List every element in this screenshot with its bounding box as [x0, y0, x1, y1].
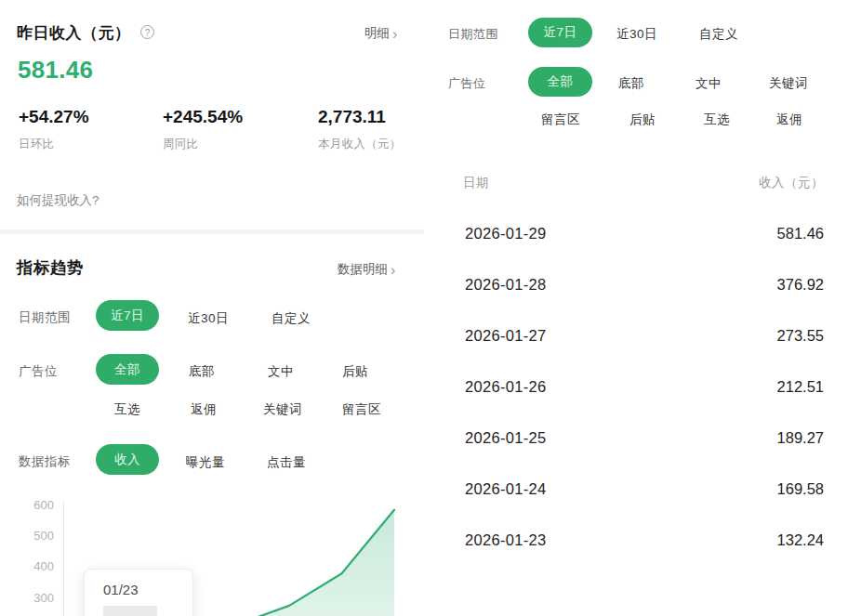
row-date: 2026-01-25	[465, 429, 546, 447]
row-date: 2026-01-27	[465, 327, 546, 345]
metric-label: 数据指标	[19, 453, 71, 470]
ad-slot-label: 广告位	[19, 363, 58, 380]
income-detail-label: 明细	[364, 25, 390, 42]
option-post-roll[interactable]: 后贴	[629, 111, 656, 128]
row-income: 212.51	[777, 378, 824, 396]
ad-revenue-dashboard: 昨日收入（元） ? 明细 › 581.46 +54.27% 日环比 +245.5…	[0, 0, 848, 616]
income-detail-link[interactable]: 明细 ›	[364, 25, 397, 42]
row-date: 2026-01-28	[465, 276, 546, 294]
option-comment-area[interactable]: 留言区	[541, 111, 580, 128]
row-income: 132.24	[777, 531, 824, 549]
ad-slot-label: 广告位	[448, 75, 486, 92]
chart-tooltip: 01/23	[84, 569, 193, 616]
row-income: 169.58	[777, 480, 824, 498]
week-over-week-label: 周同比	[163, 137, 198, 152]
trend-chart-svg[interactable]	[0, 497, 424, 616]
option-clicks[interactable]: 点击量	[267, 454, 306, 471]
option-exposure[interactable]: 曝光量	[186, 454, 225, 471]
week-over-week-value: +245.54%	[163, 107, 243, 127]
trend-detail-link[interactable]: 数据明细 ›	[338, 261, 395, 278]
option-mutual-select[interactable]: 互选	[704, 111, 730, 128]
option-last-30-days[interactable]: 近30日	[188, 310, 229, 327]
tooltip-clipped-content	[103, 606, 157, 616]
date-range-label: 日期范围	[448, 26, 498, 43]
option-mutual-select[interactable]: 互选	[114, 401, 140, 418]
month-income-value: 2,773.11	[318, 107, 386, 127]
help-icon[interactable]: ?	[140, 25, 154, 39]
table-header-income: 收入（元）	[759, 175, 824, 191]
income-card-title: 昨日收入（元）	[17, 22, 131, 44]
option-keyword[interactable]: 关键词	[263, 401, 302, 418]
day-over-day-label: 日环比	[19, 137, 54, 152]
left-panel: 昨日收入（元） ? 明细 › 581.46 +54.27% 日环比 +245.5…	[0, 0, 424, 616]
date-range-label: 日期范围	[19, 309, 71, 326]
pill-all-selected[interactable]: 全部	[96, 354, 159, 385]
option-rebate[interactable]: 返佣	[776, 111, 802, 128]
pill-income-selected[interactable]: 收入	[96, 444, 159, 475]
card-separator	[0, 229, 424, 234]
row-income: 273.55	[777, 327, 824, 345]
trend-card-title: 指标趋势	[17, 256, 84, 279]
chevron-right-icon: ›	[392, 28, 397, 40]
row-date: 2026-01-29	[465, 225, 546, 242]
option-custom-range[interactable]: 自定义	[272, 310, 311, 327]
option-rebate[interactable]: 返佣	[191, 401, 217, 418]
tooltip-date: 01/23	[103, 582, 192, 597]
option-post-roll[interactable]: 后贴	[342, 363, 368, 380]
row-income: 376.92	[777, 276, 824, 294]
option-bottom[interactable]: 底部	[618, 75, 644, 92]
pill-all-selected[interactable]: 全部	[528, 67, 592, 97]
option-custom-range[interactable]: 自定义	[699, 26, 738, 43]
row-income: 189.27	[777, 429, 824, 447]
row-income: 581.46	[777, 225, 824, 242]
day-over-day-value: +54.27%	[19, 107, 89, 127]
option-comment-area[interactable]: 留言区	[342, 401, 381, 418]
trend-detail-label: 数据明细	[338, 261, 388, 278]
row-date: 2026-01-26	[465, 378, 546, 396]
yesterday-income-amount: 581.46	[18, 56, 93, 85]
pill-last-7-days-selected[interactable]: 近7日	[528, 18, 592, 47]
option-in-article[interactable]: 文中	[696, 75, 722, 92]
option-bottom[interactable]: 底部	[189, 363, 215, 380]
row-date: 2026-01-23	[465, 531, 546, 549]
option-last-30-days[interactable]: 近30日	[616, 26, 657, 43]
month-income-label: 本月收入（元）	[318, 137, 402, 152]
chevron-right-icon: ›	[391, 264, 395, 276]
detail-panel: 日期范围 近7日 近30日 自定义 广告位 全部 底部 文中 关键词 留言区 后…	[424, 0, 848, 616]
option-in-article[interactable]: 文中	[268, 363, 294, 380]
pill-last-7-days-selected[interactable]: 近7日	[96, 300, 159, 331]
table-header-date: 日期	[463, 175, 489, 191]
row-date: 2026-01-24	[465, 480, 546, 498]
option-keyword[interactable]: 关键词	[769, 75, 808, 92]
withdraw-help-link[interactable]: 如何提现收入?	[17, 192, 99, 209]
